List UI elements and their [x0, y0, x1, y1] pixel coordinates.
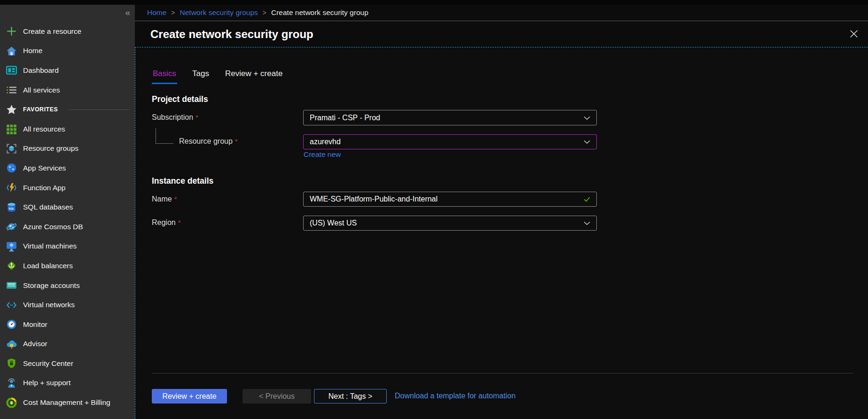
breadcrumb-separator-icon: >: [171, 9, 175, 16]
region-dropdown[interactable]: (US) West US: [303, 216, 597, 231]
star-icon: [6, 104, 17, 115]
tab-basics[interactable]: Basics: [152, 68, 177, 84]
sidebar-item-resource-groups[interactable]: Resource groups: [0, 139, 135, 159]
name-label: Name*: [152, 195, 177, 203]
resource-group-icon: [6, 143, 17, 154]
subscription-dropdown[interactable]: Pramati - CSP - Prod: [303, 110, 597, 125]
grid-icon: [6, 124, 17, 134]
required-marker: *: [178, 218, 181, 226]
sidebar-item-label: Home: [23, 47, 42, 55]
advisor-icon: [6, 339, 17, 349]
previous-button[interactable]: < Previous: [242, 389, 311, 403]
sidebar-item-help-support[interactable]: Help + support: [0, 373, 135, 393]
svg-text:SQL: SQL: [8, 207, 15, 210]
sidebar-item-virtual-machines[interactable]: Virtual machines: [0, 237, 135, 256]
app-services-icon: [6, 163, 17, 173]
name-value: WME-SG-Platform-Public-and-Internal: [310, 195, 438, 203]
sidebar-nav: Create a resource Home Dashboard All ser…: [0, 22, 135, 412]
vnet-icon: [6, 300, 17, 310]
monitor-icon: [6, 319, 17, 330]
load-balancer-icon: [6, 260, 17, 271]
sidebar-item-label: Storage accounts: [23, 281, 80, 290]
tab-review-create[interactable]: Review + create: [224, 68, 283, 84]
sidebar-item-home[interactable]: Home: [0, 41, 135, 61]
required-marker: *: [174, 195, 177, 203]
sidebar-item-label: Security Center: [23, 359, 73, 368]
sidebar-item-label: SQL databases: [23, 203, 73, 211]
required-marker: *: [195, 113, 198, 121]
blade-header: Create network security group: [135, 21, 868, 47]
sidebar-item-sql-databases[interactable]: SQL SQL databases: [0, 197, 135, 217]
project-details-header: Project details: [152, 94, 208, 104]
sidebar-item-label: Function App: [23, 184, 65, 192]
sidebar-item-virtual-networks[interactable]: Virtual networks: [0, 295, 135, 315]
storage-icon: [6, 280, 17, 291]
breadcrumb: Home > Network security groups > Create …: [135, 5, 868, 21]
sidebar-item-azure-cosmos-db[interactable]: Azure Cosmos DB: [0, 217, 135, 237]
sidebar-item-label: Virtual networks: [23, 301, 75, 309]
instance-details-header: Instance details: [152, 176, 213, 186]
create-nsg-blade: Basics Tags Review + create Project deta…: [135, 47, 868, 419]
tab-tags[interactable]: Tags: [191, 68, 210, 84]
wizard-tabs: Basics Tags Review + create: [152, 68, 283, 84]
home-icon: [6, 46, 17, 56]
security-icon: [6, 358, 17, 369]
sidebar-item-label: Load balancers: [23, 262, 73, 270]
next-tags-button[interactable]: Next : Tags >: [314, 389, 387, 403]
download-template-link[interactable]: Download a template for automation: [395, 392, 516, 400]
plus-icon: [6, 26, 17, 37]
help-icon: [6, 378, 17, 388]
breadcrumb-nsg-link[interactable]: Network security groups: [180, 8, 258, 17]
sidebar-item-label: Monitor: [23, 320, 47, 329]
close-icon[interactable]: [847, 27, 860, 40]
subscription-value: Pramati - CSP - Prod: [310, 114, 380, 122]
sidebar-item-create-a-resource[interactable]: Create a resource: [0, 22, 135, 41]
sidebar-collapse-icon[interactable]: «: [125, 8, 130, 18]
dashboard-icon: [6, 65, 17, 76]
cosmos-icon: [6, 221, 17, 232]
subscription-label: Subscription*: [152, 113, 198, 122]
sidebar-item-label: Help + support: [23, 379, 70, 387]
footer-divider: [152, 373, 853, 373]
resource-group-label: Resource group*: [179, 137, 238, 146]
sidebar-item-monitor[interactable]: Monitor: [0, 315, 135, 334]
region-label: Region*: [152, 218, 181, 227]
nested-field-connector: [156, 128, 173, 144]
sidebar-item-storage-accounts[interactable]: Storage accounts: [0, 276, 135, 295]
sidebar-item-label: Dashboard: [23, 66, 59, 75]
sidebar-item-label: All resources: [23, 125, 65, 133]
sidebar-item-function-app[interactable]: Function App: [0, 178, 135, 198]
sidebar-item-all-services[interactable]: All services: [0, 80, 135, 100]
sidebar-item-security-center[interactable]: Security Center: [0, 354, 135, 373]
sql-icon: SQL: [6, 202, 17, 213]
sidebar-item-label: Cost Management + Billing: [23, 398, 110, 407]
breadcrumb-current: Create network security group: [271, 8, 368, 17]
sidebar-item-advisor[interactable]: Advisor: [0, 334, 135, 354]
create-new-link[interactable]: Create new: [304, 150, 341, 159]
sidebar-item-dashboard[interactable]: Dashboard: [0, 61, 135, 80]
sidebar-item-label: Azure Cosmos DB: [23, 223, 83, 231]
chevron-down-icon: [583, 219, 591, 227]
sidebar-item-label: App Services: [23, 164, 66, 172]
azure-portal: « Create a resource Home Dashboard All s…: [0, 0, 868, 419]
valid-check-icon: [583, 195, 591, 203]
sidebar-item-label: All services: [23, 86, 60, 94]
region-value: (US) West US: [310, 219, 357, 227]
sidebar-item-label: Create a resource: [23, 27, 81, 36]
sidebar-section-favorites: FAVORITES: [0, 100, 135, 119]
sidebar-item-app-services[interactable]: App Services: [0, 158, 135, 178]
chevron-down-icon: [583, 114, 591, 122]
review-create-button[interactable]: Review + create: [152, 389, 227, 403]
sidebar-section-label: FAVORITES: [23, 106, 58, 113]
sidebar-item-cost-management-billing[interactable]: $ Cost Management + Billing: [0, 393, 135, 412]
resource-group-dropdown[interactable]: azurevhd: [303, 134, 597, 149]
sidebar-item-load-balancers[interactable]: Load balancers: [0, 256, 135, 276]
vm-icon: [6, 241, 17, 252]
page-title: Create network security group: [150, 28, 313, 41]
sidebar-item-label: Advisor: [23, 340, 47, 348]
breadcrumb-separator-icon: >: [263, 9, 266, 16]
sidebar-item-label: Virtual machines: [23, 242, 77, 250]
breadcrumb-home-link[interactable]: Home: [147, 8, 166, 17]
name-input[interactable]: WME-SG-Platform-Public-and-Internal: [303, 192, 597, 207]
sidebar-item-all-resources[interactable]: All resources: [0, 119, 135, 139]
